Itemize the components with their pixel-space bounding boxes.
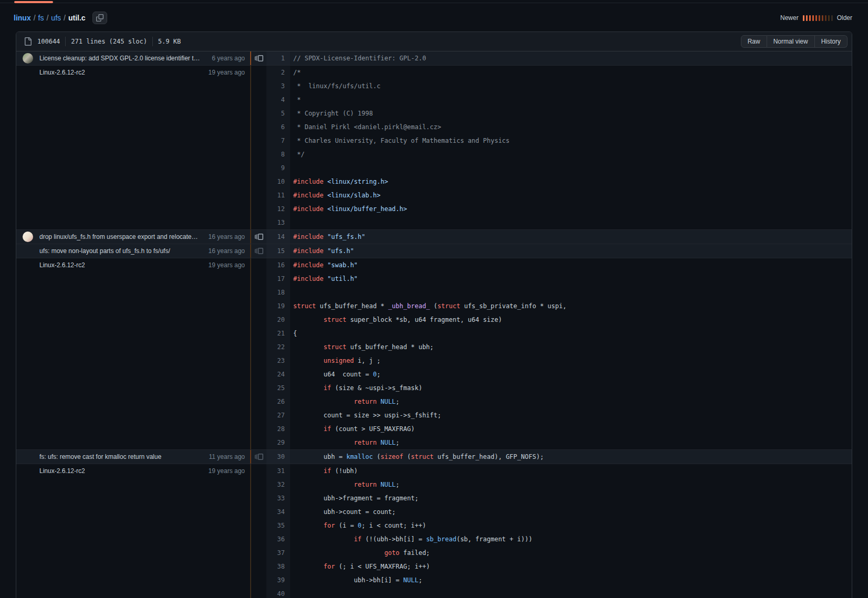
line-number[interactable]: 19 [266, 299, 290, 313]
versions-icon [255, 233, 263, 241]
line-number[interactable]: 22 [266, 340, 290, 354]
blame-hunk: drop linux/ufs_fs.h from userspace expor… [16, 229, 852, 244]
hunk-code-lines: 30 ubh = kmalloc (sizeof (struct ufs_buf… [251, 450, 852, 464]
code-row: 10#include <linux/string.h> [251, 175, 852, 188]
legend-older-label: Older [837, 14, 852, 22]
line-number[interactable]: 38 [266, 560, 290, 573]
author-avatar[interactable] [23, 232, 33, 242]
code-line: // SPDX-License-Identifier: GPL-2.0 [290, 51, 426, 65]
commit-info-cell: fs: ufs: remove cast for kmalloc return … [16, 450, 251, 464]
commit-message-link[interactable]: Linux-2.6.12-rc2 [39, 261, 202, 269]
copy-path-button[interactable] [92, 12, 107, 24]
commit-row: drop linux/ufs_fs.h from userspace expor… [16, 230, 250, 244]
line-number[interactable]: 7 [266, 134, 290, 148]
line-number[interactable]: 1 [266, 51, 290, 65]
line-number[interactable]: 21 [266, 327, 290, 340]
line-number[interactable]: 20 [266, 313, 290, 327]
line-number[interactable]: 40 [266, 587, 290, 598]
code-line: struct super_block *sb, u64 fragment, u6… [290, 313, 502, 327]
view-blame-prior-button[interactable] [251, 247, 266, 255]
line-number[interactable]: 4 [266, 93, 290, 107]
commit-message-link[interactable]: drop linux/ufs_fs.h from userspace expor… [39, 233, 202, 240]
line-number[interactable]: 11 [266, 188, 290, 202]
line-number[interactable]: 35 [266, 519, 290, 532]
line-number[interactable]: 29 [266, 436, 290, 449]
hunk-code-lines: 2/*3 * linux/fs/ufs/util.c4 *5 * Copyrig… [251, 66, 852, 229]
commit-row: ufs: move non-layout parts of ufs_fs.h t… [16, 244, 250, 258]
line-number[interactable]: 25 [266, 381, 290, 395]
age-heat-step-9 [828, 15, 830, 21]
line-number[interactable]: 17 [266, 272, 290, 286]
view-blame-prior-button[interactable] [251, 453, 266, 461]
line-number[interactable]: 39 [266, 573, 290, 587]
age-heat-step-3 [809, 15, 811, 21]
code-line: * linux/fs/ufs/util.c [290, 79, 380, 93]
code-line: if (!(ubh->bh[i] = sb_bread(sb, fragment… [290, 532, 532, 546]
code-row: 27 count = size >> uspi->s_fshift; [251, 408, 852, 422]
line-number[interactable]: 3 [266, 79, 290, 93]
line-number[interactable]: 31 [266, 464, 290, 478]
code-row: 37 goto failed; [251, 546, 852, 560]
line-number[interactable]: 2 [266, 66, 290, 79]
line-number[interactable]: 5 [266, 107, 290, 120]
normal-view-button[interactable]: Normal view [767, 35, 815, 48]
breadcrumb-dir-fs-link[interactable]: fs [38, 14, 44, 22]
breadcrumb-dir-ufs-link[interactable]: ufs [51, 14, 61, 22]
commit-info-cell: ufs: move non-layout parts of ufs_fs.h t… [16, 244, 251, 258]
line-number[interactable]: 13 [266, 216, 290, 229]
commit-message-link[interactable]: Linux-2.6.12-rc2 [39, 467, 202, 475]
line-number[interactable]: 18 [266, 286, 290, 299]
commit-message-link[interactable]: fs: ufs: remove cast for kmalloc return … [39, 453, 203, 460]
breadcrumb-separator: / [46, 14, 48, 22]
commit-message-link[interactable]: License cleanup: add SPDX GPL-2.0 licens… [39, 55, 205, 62]
code-row: 13 [251, 216, 852, 229]
view-blame-prior-button[interactable] [251, 54, 266, 62]
view-blame-prior-button[interactable] [251, 233, 266, 241]
breadcrumb-repo-link[interactable]: linux [14, 14, 31, 22]
line-number[interactable]: 23 [266, 354, 290, 368]
code-line: unsigned i, j ; [290, 354, 380, 368]
author-avatar[interactable] [23, 53, 33, 64]
code-row: 32 return NULL; [251, 478, 852, 491]
line-number[interactable]: 32 [266, 478, 290, 491]
line-number[interactable]: 30 [266, 450, 290, 464]
code-row: 23 unsigned i, j ; [251, 354, 852, 368]
line-number[interactable]: 26 [266, 395, 290, 408]
line-number[interactable]: 27 [266, 408, 290, 422]
code-row: 30 ubh = kmalloc (sizeof (struct ufs_buf… [251, 450, 852, 464]
line-number[interactable]: 6 [266, 120, 290, 134]
code-line: ubh->count = count; [290, 505, 396, 519]
site-header-bottom-edge [0, 0, 868, 3]
commit-age: 19 years ago [209, 467, 245, 475]
code-row: 38 for (; i < UFS_MAXFRAG; i++) [251, 560, 852, 573]
line-number[interactable]: 28 [266, 422, 290, 436]
line-number[interactable]: 10 [266, 175, 290, 188]
line-number[interactable]: 12 [266, 202, 290, 216]
history-button[interactable]: History [815, 35, 848, 48]
line-number[interactable]: 8 [266, 148, 290, 161]
line-number[interactable]: 16 [266, 258, 290, 272]
line-number[interactable]: 36 [266, 532, 290, 546]
commit-message-link[interactable]: Linux-2.6.12-rc2 [39, 69, 202, 76]
line-number[interactable]: 15 [266, 244, 290, 258]
code-row: 19struct ufs_buffer_head * _ubh_bread_ (… [251, 299, 852, 313]
line-number[interactable]: 14 [266, 230, 290, 244]
code-row: 29 return NULL; [251, 436, 852, 449]
code-line: * Charles University, Faculty of Mathema… [290, 134, 510, 148]
code-row: 40 [251, 587, 852, 598]
raw-button[interactable]: Raw [741, 35, 767, 48]
line-number[interactable]: 33 [266, 491, 290, 505]
code-line: u64 count = 0; [290, 368, 380, 381]
code-line: { [290, 327, 297, 340]
line-number[interactable]: 37 [266, 546, 290, 560]
line-number[interactable]: 9 [266, 161, 290, 175]
code-row: 14#include "ufs_fs.h" [251, 230, 852, 244]
breadcrumb-row: linux / fs / ufs / util.c Newer Older [0, 3, 868, 32]
code-line: * Copyright (C) 1998 [290, 107, 373, 120]
commit-message-link[interactable]: ufs: move non-layout parts of ufs_fs.h t… [39, 247, 202, 255]
line-number[interactable]: 24 [266, 368, 290, 381]
breadcrumb-filename: util.c [68, 14, 86, 22]
age-heat-step-7 [822, 15, 823, 21]
file-header-bar: 100644 271 lines (245 sloc) 5.9 KB Raw N… [16, 32, 852, 51]
line-number[interactable]: 34 [266, 505, 290, 519]
